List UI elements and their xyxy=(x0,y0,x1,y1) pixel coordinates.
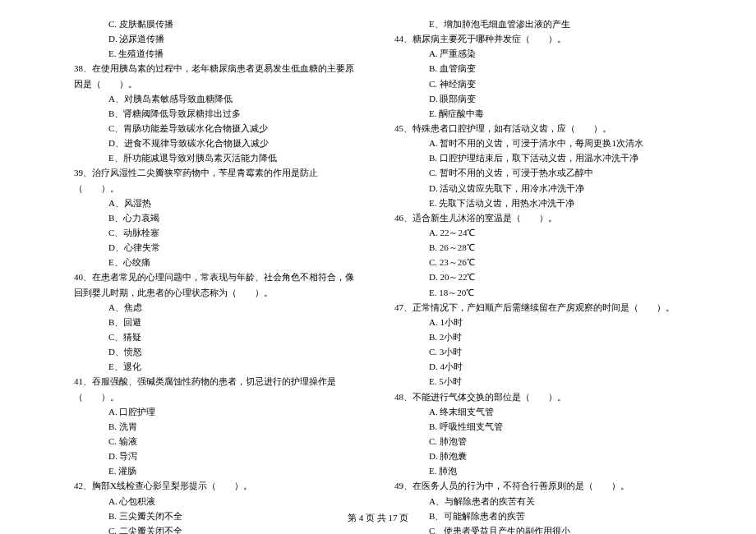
option-text: A、与解除患者的疾苦有关 xyxy=(394,494,682,509)
option-text: E、退化 xyxy=(74,359,362,374)
question-stem: 38、在使用胰岛素的过程中，老年糖尿病患者更易发生低血糖的主要原因是（ ）。 xyxy=(74,61,362,90)
option-text: D、心律失常 xyxy=(74,240,362,255)
option-text: E. 5小时 xyxy=(394,374,682,389)
left-column: C. 皮肤黏膜传播 D. 泌尿道传播 E. 生殖道传播 38、在使用胰岛素的过程… xyxy=(74,16,362,534)
option-text: C. 暂时不用的义齿，可浸于热水或乙醇中 xyxy=(394,165,682,180)
option-text: C. 肺泡管 xyxy=(394,434,682,449)
question-stem: 48、不能进行气体交换的部位是（ ）。 xyxy=(394,389,682,404)
question-stem: 47、正常情况下，产妇顺产后需继续留在产房观察的时间是（ ）。 xyxy=(394,300,682,315)
option-text: D. 4小时 xyxy=(394,359,682,374)
option-text: A. 22～24℃ xyxy=(394,225,682,240)
option-text: E. 先取下活动义齿，用热水冲洗干净 xyxy=(394,196,682,210)
option-text: C. 输液 xyxy=(74,434,362,449)
question-stem: 49、在医务人员的行为中，不符合行善原则的是（ ）。 xyxy=(394,478,682,493)
option-text: A、对胰岛素敏感导致血糖降低 xyxy=(74,91,362,106)
option-text: D. 泌尿道传播 xyxy=(74,31,362,46)
option-text: A. 暂时不用的义齿，可浸于清水中，每周更换1次清水 xyxy=(394,136,682,150)
option-text: D、进食不规律导致碳水化合物摄入减少 xyxy=(74,136,362,150)
option-text: C、胃肠功能差导致碳水化合物摄入减少 xyxy=(74,121,362,136)
option-text: B. 2小时 xyxy=(394,329,682,344)
option-text: E. 生殖道传播 xyxy=(74,46,362,61)
option-text: E、心绞痛 xyxy=(74,255,362,269)
option-text: D. 眼部病变 xyxy=(394,91,682,106)
option-text: D、愤怒 xyxy=(74,344,362,359)
question-stem: 46、适合新生儿沐浴的室温是（ ）。 xyxy=(394,210,682,225)
option-text: A. 严重感染 xyxy=(394,46,682,61)
option-text: E、肝功能减退导致对胰岛素灭活能力降低 xyxy=(74,150,362,165)
option-text: D. 20～22℃ xyxy=(394,269,682,284)
option-text: C、猜疑 xyxy=(74,329,362,344)
option-text: C. 23～26℃ xyxy=(394,255,682,269)
question-stem: 41、吞服强酸、强碱类腐蚀性药物的患者，切忌进行的护理操作是（ ）。 xyxy=(74,374,362,403)
option-text: C. 二尖瓣关闭不全 xyxy=(74,523,362,534)
option-text: A. 心包积液 xyxy=(74,494,362,509)
option-text: E. 酮症酸中毒 xyxy=(394,106,682,121)
option-text: E. 18～20℃ xyxy=(394,285,682,300)
option-text: B. 呼吸性细支气管 xyxy=(394,419,682,434)
option-text: B、肾糖阈降低导致尿糖排出过多 xyxy=(74,106,362,121)
option-text: D. 肺泡囊 xyxy=(394,449,682,463)
option-text: C、使患者受益且产生的副作用很小 xyxy=(394,523,682,534)
option-text: A. 口腔护理 xyxy=(74,404,362,419)
option-text: B、心力哀竭 xyxy=(74,210,362,225)
option-text: C、动脉栓塞 xyxy=(74,225,362,240)
page-content: C. 皮肤黏膜传播 D. 泌尿道传播 E. 生殖道传播 38、在使用胰岛素的过程… xyxy=(0,0,756,534)
question-stem: 39、治疗风湿性二尖瓣狭窄药物中，苄星青霉素的作用是防止（ ）。 xyxy=(74,165,362,195)
right-column: E、增加肺泡毛细血管渗出液的产生 44、糖尿病主要死于哪种并发症（ ）。 A. … xyxy=(394,16,682,534)
page-footer: 第 4 页 共 17 页 xyxy=(0,512,756,524)
option-text: B. 口腔护理结束后，取下活动义齿，用温水冲洗干净 xyxy=(394,150,682,165)
option-text: C. 皮肤黏膜传播 xyxy=(74,16,362,31)
question-stem: 42、胸部X线检查心影呈梨形提示（ ）。 xyxy=(74,478,362,493)
option-text: E、增加肺泡毛细血管渗出液的产生 xyxy=(394,16,682,31)
option-text: A. 终末细支气管 xyxy=(394,404,682,419)
option-text: E. 肺泡 xyxy=(394,463,682,478)
question-stem: 44、糖尿病主要死于哪种并发症（ ）。 xyxy=(394,31,682,46)
option-text: C. 3小时 xyxy=(394,344,682,359)
question-stem: 45、特殊患者口腔护理，如有活动义齿，应（ ）。 xyxy=(394,121,682,136)
option-text: D. 导泻 xyxy=(74,449,362,463)
option-text: B. 26～28℃ xyxy=(394,240,682,255)
option-text: A. 1小时 xyxy=(394,315,682,329)
option-text: A、焦虑 xyxy=(74,300,362,315)
option-text: D. 活动义齿应先取下，用冷水冲洗干净 xyxy=(394,181,682,196)
option-text: B. 血管病变 xyxy=(394,61,682,76)
option-text: A、风湿热 xyxy=(74,196,362,210)
option-text: C. 神经病变 xyxy=(394,76,682,91)
question-stem: 40、在患者常见的心理问题中，常表现与年龄、社会角色不相符合，像回到婴儿时期，此… xyxy=(74,269,362,299)
option-text: E. 灌肠 xyxy=(74,463,362,478)
option-text: B. 洗胃 xyxy=(74,419,362,434)
option-text: B、回避 xyxy=(74,315,362,329)
